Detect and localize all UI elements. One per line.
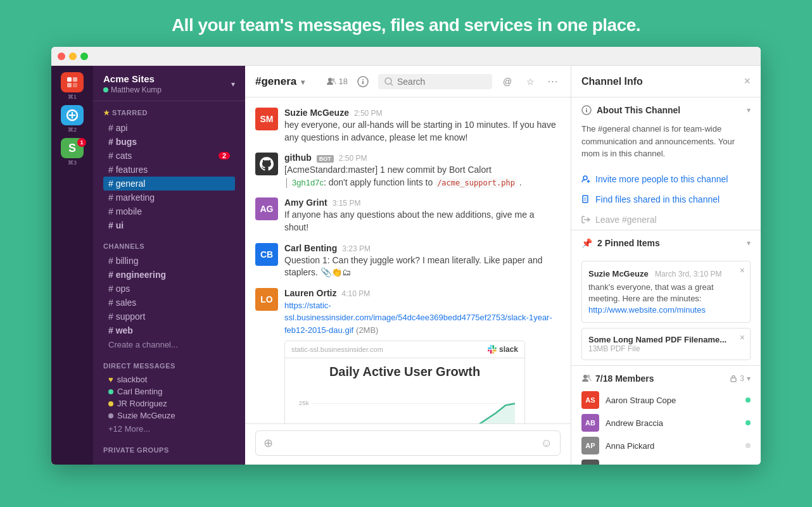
panel-header: Channel Info × [571, 66, 761, 97]
sidebar-item-features[interactable]: # features [103, 163, 235, 177]
svg-point-36 [586, 108, 587, 110]
info-icon[interactable] [355, 74, 371, 89]
msg-author-4: Carl Benting [284, 243, 337, 253]
svg-rect-47 [731, 378, 736, 382]
minimize-button[interactable] [69, 53, 77, 60]
sidebar-item-engineering[interactable]: # engineering [103, 268, 235, 282]
sidebar-item-mobile[interactable]: # mobile [103, 204, 235, 218]
pinned-item-1-close[interactable]: × [740, 265, 745, 275]
member-name-3: Anna Pickard [606, 441, 654, 451]
search-bar[interactable] [378, 74, 492, 89]
svg-rect-37 [586, 110, 587, 113]
msg-author-3: Amy Grint [284, 197, 327, 208]
svg-rect-2 [67, 83, 72, 87]
pinned-title: 2 Pinned Items [597, 238, 660, 248]
pinned-chevron: ▾ [747, 239, 751, 247]
username: Matthew Kump [111, 85, 162, 94]
app-window: ⌘1 ⌘2 1 S ⌘3 Acme Sites Ma [51, 47, 761, 465]
member-row-3[interactable]: AP Anna Pickard [581, 434, 751, 457]
message-input-box[interactable]: ⊕ ☺ [255, 430, 561, 456]
gif-link[interactable]: https://static-ssl.businessinsider.com/i… [284, 301, 552, 335]
members-lock: 3 ▾ [730, 374, 751, 383]
message-3: AG Amy Grint 3:15 PM If anyone has any q… [255, 197, 561, 234]
workspace-name: Acme Sites [103, 73, 162, 84]
sidebar-item-general[interactable]: # general [103, 177, 235, 191]
chat-header: #genera ▾ 18 @ ☆ ··· [245, 66, 571, 97]
dm-slackbot-name: slackbot [117, 375, 148, 384]
dm-jr[interactable]: JR Rodriguez [103, 397, 235, 410]
pinned-item-2-close[interactable]: × [740, 332, 745, 342]
search-input[interactable] [397, 77, 479, 87]
sidebar-item-bugs[interactable]: # bugs [103, 135, 235, 149]
app-icon-1[interactable]: ⌘1 [58, 72, 86, 100]
member-avatar-3: AP [581, 437, 599, 454]
files-icon [581, 195, 590, 204]
sidebar-item-support[interactable]: # support [103, 310, 235, 323]
about-header[interactable]: About This Channel ▾ [571, 97, 761, 123]
sidebar-item-api[interactable]: # api [103, 121, 235, 135]
more-dms-link[interactable]: +12 More... [103, 422, 235, 436]
pinned-filename: Some Long Named PDF Filename... [588, 335, 744, 344]
chart-title: Daily Active User Growth [291, 365, 518, 379]
sidebar-item-cats[interactable]: # cats 2 [103, 149, 235, 163]
panel-title: Channel Info [581, 76, 643, 87]
msg-header-5: Lauren Ortiz 4:10 PM [284, 288, 561, 298]
pinned-link-1[interactable]: http://www.website.com/minutes [588, 305, 706, 315]
pinned-author-1: Suzie McGeuze [588, 269, 649, 279]
svg-rect-41 [583, 196, 588, 203]
dm-suzie[interactable]: Suzie McGeuze [103, 410, 235, 422]
dm-section: DIRECT MESSAGES ♥ slackbot Carl Benting … [93, 354, 245, 439]
panel-close-button[interactable]: × [744, 75, 751, 88]
files-action[interactable]: Find files shared in this channel [571, 189, 761, 210]
attach-icon[interactable]: ⊕ [263, 436, 273, 450]
dm-carl-dot [108, 389, 113, 394]
members-chevron: ▾ [747, 374, 751, 383]
dm-carl[interactable]: Carl Benting [103, 385, 235, 397]
sidebar-item-ui[interactable]: # ui [103, 218, 235, 232]
message-4: CB Carl Benting 3:23 PM Question 1: Can … [255, 243, 561, 279]
avatar-lauren: LO [255, 288, 278, 311]
create-channel-link[interactable]: Create a channel... [103, 337, 235, 352]
dm-slackbot[interactable]: ♥ slackbot [103, 373, 235, 385]
message-5: LO Lauren Ortiz 4:10 PM https://static-s… [255, 288, 561, 423]
close-button[interactable] [58, 53, 65, 60]
more-icon[interactable]: ··· [545, 74, 561, 89]
private-groups-section: PRIVATE GROUPS [93, 439, 245, 460]
sidebar-item-billing[interactable]: # billing [103, 254, 235, 268]
pinned-filesize: 13MB PDF File [588, 344, 744, 353]
app-icon-3[interactable]: 1 S ⌘3 [58, 138, 86, 166]
sidebar-item-web[interactable]: # web [103, 323, 235, 337]
sidebar-item-marketing[interactable]: # marketing [103, 191, 235, 204]
channel-caret[interactable]: ▾ [301, 78, 305, 87]
svg-rect-3 [73, 83, 77, 87]
member-name-2: Andrew Braccia [606, 418, 663, 428]
star-icon[interactable]: ☆ [523, 74, 538, 89]
bot-badge: BOT [317, 155, 334, 163]
sidebar-item-sales[interactable]: # sales [103, 296, 235, 310]
pinned-header[interactable]: 📌 2 Pinned Items ▾ [571, 230, 761, 256]
maximize-button[interactable] [80, 53, 88, 60]
message-1: SM Suzie McGeuze 2:50 PM hey everyone, o… [255, 108, 561, 144]
about-chevron: ▾ [747, 106, 751, 115]
msg-time-4: 3:23 PM [342, 244, 371, 253]
member-dot-2 [745, 420, 751, 425]
titlebar [51, 47, 761, 66]
invite-action[interactable]: Invite more people to this channel [571, 169, 761, 189]
app-icon-2[interactable]: ⌘2 [58, 105, 86, 133]
app-icon-2-label: ⌘2 [68, 127, 77, 133]
leave-action[interactable]: Leave #general [571, 210, 761, 230]
msg-author-5: Lauren Ortiz [284, 288, 336, 298]
msg-time-3: 3:15 PM [333, 199, 361, 208]
dm-jr-name: JR Rodriguez [117, 399, 167, 408]
right-panel: Channel Info × About This Channel ▾ The … [571, 66, 761, 465]
msg-text-1: hey everyone, our all-hands will be star… [284, 119, 561, 144]
sidebar-item-ops[interactable]: # ops [103, 282, 235, 296]
workspace-header[interactable]: Acme Sites Matthew Kump ▾ [93, 66, 245, 101]
members-section: 7/18 Members 3 ▾ AS Aaron Straup Cope AB [571, 366, 761, 465]
message-input[interactable] [278, 438, 536, 448]
emoji-icon[interactable]: ☺ [541, 437, 552, 450]
svg-line-13 [391, 84, 393, 85]
commit-link[interactable]: 3gh1d7c [292, 178, 324, 187]
at-icon[interactable]: @ [500, 74, 515, 89]
workspace-chevron[interactable]: ▾ [231, 80, 235, 89]
